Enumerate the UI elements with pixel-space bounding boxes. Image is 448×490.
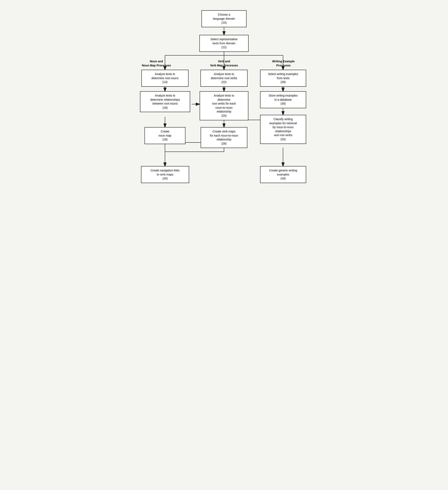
box-14: Analyze texts to determine root nouns (1… (141, 70, 189, 87)
box-10: Choose a language domain (10) (201, 10, 247, 27)
box-34: Create generic writing examples (34) (260, 166, 306, 183)
col-header-3: Writing Example Processes (263, 60, 304, 68)
col-header-2-label: Verb and Verb Map Processes (210, 60, 238, 67)
box-28: Select writing examples from texts (28) (260, 70, 306, 87)
box-18-label: Create noun map (18) (159, 130, 171, 141)
box-12-label: Select representative texts from domain … (210, 37, 238, 49)
box-28-label: Select writing examples from texts (28) (268, 72, 298, 84)
box-10-label: Choose a language domain (10) (213, 13, 235, 24)
box-20: Create navigation links to verb maps (20… (141, 166, 189, 183)
box-24-label: Analyze texts to determine root verbs fo… (212, 94, 236, 117)
col-header-1: Noun and Noun Map Processes (136, 60, 177, 68)
box-26: Create verb maps for each noun-to-noun r… (201, 127, 247, 148)
box-14-label: Analyze texts to determine root nouns (1… (151, 72, 179, 84)
box-22: Analyze texts to determine root verbs (2… (200, 70, 248, 87)
col-header-1-label: Noun and Noun Map Processes (142, 60, 171, 67)
diagram-container: Choose a language domain (10) Select rep… (132, 6, 316, 221)
box-24: Analyze texts to determine root verbs fo… (200, 91, 248, 120)
box-32-label: Classify writing examples for retrieval … (269, 117, 297, 141)
col-header-3-label: Writing Example Processes (272, 60, 294, 67)
box-16-label: Analyze texts to determine relationships… (150, 94, 180, 109)
box-20-label: Create navigation links to verb maps (20… (151, 169, 180, 180)
box-16: Analyze texts to determine relationships… (140, 91, 190, 112)
box-32: Classify writing examples for retrieval … (260, 115, 306, 144)
col-header-2: Verb and Verb Map Processes (206, 60, 242, 68)
box-18: Create noun map (18) (145, 127, 185, 144)
box-30: Store writing examples in a database (30… (260, 91, 306, 108)
box-34-label: Create generic writing examples (34) (269, 169, 297, 180)
box-12: Select representative texts from domain … (199, 35, 249, 52)
box-30-label: Store writing examples in a database (30… (269, 94, 298, 105)
box-26-label: Create verb maps for each noun-to-noun r… (210, 130, 238, 145)
flowchart: Choose a language domain (10) Select rep… (132, 6, 316, 221)
box-22-label: Analyze texts to determine root verbs (2… (211, 72, 237, 84)
